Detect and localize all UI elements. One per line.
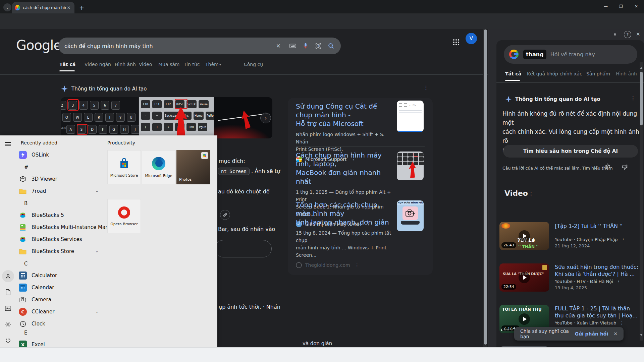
start-app-calculator[interactable]: Calculator <box>19 269 119 282</box>
result-title-line2[interactable]: tính laptop nhanh, đơn giản <box>296 218 393 227</box>
result-thumbnail-2[interactable] <box>397 152 424 180</box>
search-query[interactable]: cách để chụp màn hình máy tính <box>64 43 272 49</box>
keyboard-image-1[interactable]: 234567 QWERTYU ASDFGHJ Lock <box>61 97 139 138</box>
scrollbar-down-arrow[interactable] <box>640 334 643 336</box>
video-section-menu-icon[interactable]: ⋮ <box>529 191 534 197</box>
window-close-button[interactable]: ✕ <box>635 4 638 9</box>
tab-short-videos[interactable]: Video ngắn <box>85 62 111 67</box>
tab-videos[interactable]: Video <box>139 62 152 67</box>
page-scrollbar-thumb[interactable] <box>484 29 487 345</box>
tile-microsoft-store[interactable]: Microsoft Store <box>107 150 141 184</box>
video-thumbnail[interactable]: TUI Là '' THẦN '' 26:43 <box>499 222 549 250</box>
voice-search-icon[interactable] <box>302 42 309 50</box>
panel-ai-menu-icon[interactable]: ⋮ <box>631 95 636 101</box>
citation-link-button[interactable] <box>220 210 230 220</box>
keyboard-image-2[interactable]: F10F11F12PrtScScr LkPause -=BackspaceIns… <box>139 97 214 138</box>
search-submit-icon[interactable] <box>327 42 335 50</box>
panel-close-icon[interactable]: ✕ <box>636 31 640 37</box>
apps-grid-icon[interactable] <box>452 38 460 48</box>
ai-pill-outline[interactable] <box>215 240 272 257</box>
result-title-line2[interactable]: Hỗ trợ của Microsoft <box>296 119 393 128</box>
keyboard-icon[interactable] <box>289 42 297 50</box>
tools-button[interactable]: Công cụ <box>244 62 263 67</box>
result-source[interactable]: Thegioididong.com <box>305 262 350 268</box>
start-folder-bluestacks-store[interactable]: BlueStacks Store <box>19 245 119 257</box>
page-scrollbar[interactable] <box>483 29 487 347</box>
window-minimize-button[interactable]: — <box>604 4 608 9</box>
video-menu-icon[interactable]: ⋮ <box>616 279 621 284</box>
lens-icon[interactable] <box>315 42 322 50</box>
tile-photos[interactable]: Photos <box>176 150 210 184</box>
result-source-row[interactable]: Thegioididong.com ⋮ <box>296 262 393 268</box>
search-result[interactable]: Tổng hợp các cách chụp màn hình máy tính… <box>296 200 393 268</box>
thumbs-down-icon[interactable] <box>621 164 628 172</box>
tab-news[interactable]: Tin tức <box>184 62 200 67</box>
start-app-clock[interactable]: Clock <box>19 318 119 330</box>
panel-tab-exact[interactable]: Kết quả khớp chính xác <box>527 71 582 76</box>
result-menu-icon[interactable]: ⋮ <box>355 262 360 268</box>
video-info[interactable]: Sữa xuất hiện trong đơn thuốc: Khi sữa l… <box>555 263 641 290</box>
pin-icon[interactable] <box>611 31 619 38</box>
start-app-bluestacks5[interactable]: BlueStacks 5 <box>19 209 119 221</box>
start-app-ccleaner[interactable]: C CCleaner <box>19 306 119 318</box>
power-icon[interactable] <box>4 337 12 345</box>
result-title-line1[interactable]: Cách chụp màn hình máy tính, laptop, <box>296 151 393 168</box>
chevron-down-icon[interactable]: ⌄ <box>95 188 99 193</box>
start-app-camera[interactable]: Camera <box>19 294 119 306</box>
result-thumbnail-3[interactable]: HỤP MÀN HÌNH MÃ <box>397 200 424 231</box>
chevron-down-icon[interactable]: ⌄ <box>95 249 99 253</box>
query-chip[interactable]: thang <box>523 50 546 59</box>
panel-search-placeholder[interactable]: Hỏi về trang này <box>550 51 595 58</box>
result-title-line1[interactable]: Tổng hợp các cách chụp màn hình máy <box>296 200 393 218</box>
video-info[interactable]: [Tập 1-2] Tui Là '' THÂN '' YouTube · Ch… <box>555 223 641 248</box>
browser-tab[interactable]: cách để chụp màn hình máy tín ✕ <box>12 2 74 13</box>
panel-scrollbar-thumb[interactable] <box>640 72 643 125</box>
help-icon[interactable]: ? <box>624 31 631 38</box>
start-folder-7road[interactable]: 7road <box>19 185 119 197</box>
video-title-line2[interactable]: thụ của gia tộc suy tàn | Hoạ... <box>555 312 641 319</box>
start-app-3dviewer[interactable]: 3D Viewer <box>19 173 119 185</box>
panel-tab-products[interactable]: Sản phẩm <box>586 71 610 76</box>
tab-all[interactable]: Tất cả <box>59 62 75 67</box>
panel-tab-images[interactable]: Hình ảnh <box>616 71 637 76</box>
scrollbar-up-arrow[interactable] <box>640 67 643 69</box>
user-account-icon[interactable] <box>4 272 12 280</box>
result-thumbnail-1[interactable]: ⌄◷⌄ <box>397 101 424 132</box>
window-restore-button[interactable]: ❐ <box>619 4 623 9</box>
tab-search-icon[interactable]: ⌄ <box>3 3 11 11</box>
video-title[interactable]: Sữa xuất hiện trong đơn thuốc: <box>555 263 641 270</box>
settings-gear-icon[interactable] <box>4 320 12 328</box>
start-menu-hamburger-icon[interactable] <box>4 140 12 148</box>
tab-close-icon[interactable]: ✕ <box>67 5 70 10</box>
start-app-calendar[interactable]: Calendar <box>19 282 119 294</box>
tile-microsoft-edge[interactable]: Microsoft Edge <box>142 150 175 184</box>
video-title[interactable]: FULL TẬP 1 - 25 | Tôi là thần <box>555 305 641 312</box>
panel-search-input[interactable]: thang Hỏi về trang này <box>504 45 637 64</box>
search-box[interactable]: cách để chụp màn hình máy tính ✕ <box>58 38 341 54</box>
tab-shopping[interactable]: Mua sắm <box>158 62 180 67</box>
documents-icon[interactable] <box>4 288 12 296</box>
pictures-icon[interactable] <box>4 304 12 312</box>
new-tab-button[interactable]: + <box>79 4 84 11</box>
result-title-line2[interactable]: MacBook đơn giản nhanh nhất <box>296 168 393 186</box>
panel-tab-all[interactable]: Tất cả <box>505 71 521 76</box>
clear-search-icon[interactable]: ✕ <box>276 43 281 49</box>
send-feedback-button[interactable]: Gửi phản hồi <box>575 331 608 337</box>
video-title-line2[interactable]: Khi sữa là 'thần dược'? | Hà ... <box>555 270 641 278</box>
video-thumbnail[interactable]: SỮA LÀ "THẦN DƯỢC" 22:54 <box>499 263 549 292</box>
carousel-next-button[interactable]: › <box>260 113 271 123</box>
video-menu-icon[interactable]: ⋮ <box>620 320 624 325</box>
start-app-bluestacks-services[interactable]: BlueStacks Services <box>19 233 119 245</box>
tab-more[interactable]: Thêm <box>205 62 219 67</box>
chevron-down-icon[interactable]: ⌄ <box>95 309 99 314</box>
start-app-bluestacks-mim[interactable]: BlueStacks Multi-Instance Manager <box>19 221 119 233</box>
video-menu-icon[interactable]: ⋮ <box>621 237 626 242</box>
panel-scrollbar[interactable] <box>640 62 643 341</box>
ai-mode-button[interactable]: Tìm hiểu sâu hơn trong Chế độ AI <box>503 145 638 158</box>
tile-opera-browser[interactable]: Opera Browser <box>107 199 141 233</box>
thumbs-up-icon[interactable] <box>604 163 611 171</box>
result-title-line1[interactable]: Sử dụng Công cụ Cắt để chụp màn hình - <box>296 102 393 119</box>
account-avatar[interactable]: V <box>466 33 477 44</box>
video-title[interactable]: [Tập 1-2] Tui Là '' THÂN '' <box>555 223 641 230</box>
start-app-oslink[interactable]: OSLink <box>19 149 119 161</box>
